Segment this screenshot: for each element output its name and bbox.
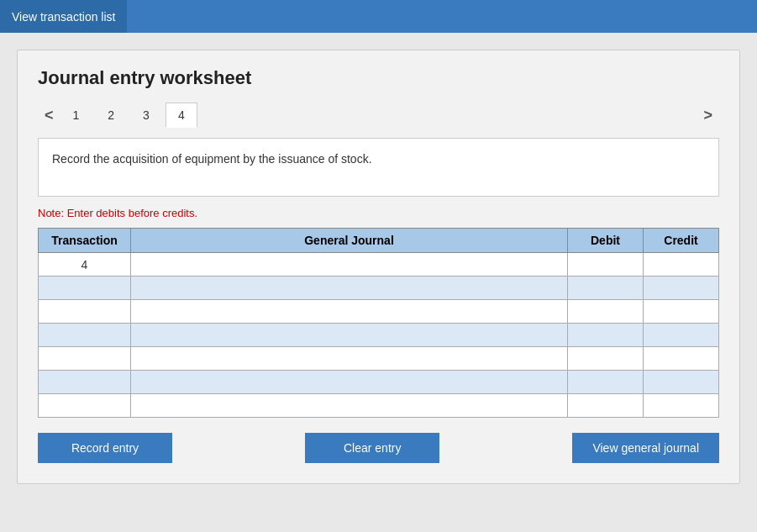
general-journal-input-4[interactable] xyxy=(131,324,567,346)
debit-input-1[interactable] xyxy=(568,253,643,276)
credit-cell-1[interactable] xyxy=(644,253,719,277)
transaction-num-5 xyxy=(39,347,131,371)
debit-input-3[interactable] xyxy=(568,300,643,323)
general-journal-cell-4[interactable] xyxy=(131,324,568,347)
transaction-num-4 xyxy=(39,324,131,347)
debit-cell-3[interactable] xyxy=(568,300,644,324)
debit-cell-1[interactable] xyxy=(568,253,644,277)
credit-cell-5[interactable] xyxy=(644,347,719,371)
description-box: Record the acquisition of equipment by t… xyxy=(38,138,719,197)
credit-input-4[interactable] xyxy=(644,324,718,346)
note-text: Note: Enter debits before credits. xyxy=(38,207,719,219)
tab-4[interactable]: 4 xyxy=(166,103,197,128)
general-journal-cell-5[interactable] xyxy=(131,347,568,371)
general-journal-input-3[interactable] xyxy=(131,300,567,323)
tab-1[interactable]: 1 xyxy=(60,103,92,128)
col-transaction: Transaction xyxy=(39,229,131,253)
credit-cell-6[interactable] xyxy=(644,371,719,394)
table-row xyxy=(39,347,719,371)
general-journal-input-7[interactable] xyxy=(131,394,567,417)
general-journal-input-6[interactable] xyxy=(131,371,567,393)
bottom-buttons: Record entry Clear entry View general jo… xyxy=(38,433,719,463)
transaction-num-7 xyxy=(39,394,131,418)
table-row xyxy=(39,394,719,418)
general-journal-cell-1[interactable] xyxy=(131,253,568,277)
journal-table: Transaction General Journal Debit Credit… xyxy=(38,228,719,418)
table-row: 4 xyxy=(39,253,719,277)
general-journal-input-2[interactable] xyxy=(131,277,567,299)
tab-2[interactable]: 2 xyxy=(95,103,127,128)
col-general-journal: General Journal xyxy=(131,229,568,253)
tab-prev-button[interactable]: < xyxy=(38,103,60,128)
transaction-num-1: 4 xyxy=(39,253,131,277)
table-row xyxy=(39,324,719,347)
table-header-row: Transaction General Journal Debit Credit xyxy=(39,229,719,253)
tab-3[interactable]: 3 xyxy=(130,103,162,128)
tab-next-button[interactable]: > xyxy=(697,103,719,128)
general-journal-cell-2[interactable] xyxy=(131,277,568,300)
general-journal-input-1[interactable] xyxy=(131,253,567,276)
table-row xyxy=(39,371,719,394)
debit-cell-7[interactable] xyxy=(568,394,644,418)
view-transaction-list-button[interactable]: View transaction list xyxy=(0,0,127,33)
worksheet-title: Journal entry worksheet xyxy=(38,67,719,89)
credit-input-3[interactable] xyxy=(644,300,718,323)
tabs-row: < 1 2 3 4 > xyxy=(38,103,719,128)
clear-entry-button[interactable]: Clear entry xyxy=(305,433,439,463)
transaction-num-2 xyxy=(39,277,131,300)
credit-input-2[interactable] xyxy=(644,277,718,299)
credit-cell-3[interactable] xyxy=(644,300,719,324)
general-journal-cell-3[interactable] xyxy=(131,300,568,324)
debit-input-4[interactable] xyxy=(568,324,643,346)
credit-input-1[interactable] xyxy=(644,253,718,276)
general-journal-input-5[interactable] xyxy=(131,347,567,370)
transaction-num-6 xyxy=(39,371,131,394)
general-journal-cell-6[interactable] xyxy=(131,371,568,394)
general-journal-cell-7[interactable] xyxy=(131,394,568,418)
credit-cell-4[interactable] xyxy=(644,324,719,347)
view-general-journal-button[interactable]: View general journal xyxy=(572,433,719,463)
top-bar: View transaction list xyxy=(0,0,757,33)
debit-cell-6[interactable] xyxy=(568,371,644,394)
col-credit: Credit xyxy=(644,229,719,253)
debit-input-7[interactable] xyxy=(568,394,643,417)
table-row xyxy=(39,277,719,300)
transaction-num-3 xyxy=(39,300,131,324)
table-row xyxy=(39,300,719,324)
debit-cell-5[interactable] xyxy=(568,347,644,371)
debit-input-6[interactable] xyxy=(568,371,643,393)
description-text: Record the acquisition of equipment by t… xyxy=(52,152,372,166)
record-entry-button[interactable]: Record entry xyxy=(38,433,172,463)
debit-cell-2[interactable] xyxy=(568,277,644,300)
debit-cell-4[interactable] xyxy=(568,324,644,347)
credit-input-6[interactable] xyxy=(644,371,718,393)
credit-cell-7[interactable] xyxy=(644,394,719,418)
main-content: Journal entry worksheet < 1 2 3 4 > Reco… xyxy=(0,33,757,501)
debit-input-5[interactable] xyxy=(568,347,643,370)
col-debit: Debit xyxy=(568,229,644,253)
debit-input-2[interactable] xyxy=(568,277,643,299)
credit-cell-2[interactable] xyxy=(644,277,719,300)
credit-input-7[interactable] xyxy=(644,394,718,417)
credit-input-5[interactable] xyxy=(644,347,718,370)
worksheet-container: Journal entry worksheet < 1 2 3 4 > Reco… xyxy=(17,50,740,484)
